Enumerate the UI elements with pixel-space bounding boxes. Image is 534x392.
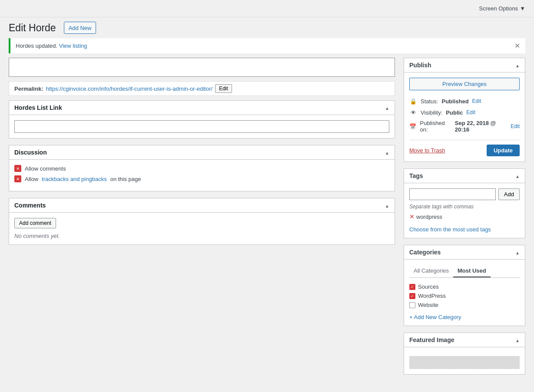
move-trash-button[interactable]: Move to Trash <box>409 147 445 154</box>
add-new-category-link[interactable]: + Add New Category <box>409 314 461 320</box>
top-bar: Screen Options ▼ <box>0 0 534 17</box>
allow-comments-label: Allow comments <box>25 165 66 172</box>
discussion-body: ✕ Allow comments ✕ Allow trackbacks and … <box>9 160 395 191</box>
publish-status-row: 🔒 Status: Published Edit <box>409 96 520 107</box>
tags-panel-title: Tags <box>409 172 423 179</box>
permalink-url[interactable]: https://cginvoice.com/info/hordes/if-cur… <box>46 86 212 92</box>
sources-label: Sources <box>418 283 439 290</box>
calendar-icon: 📅 <box>409 122 417 130</box>
published-edit-link[interactable]: Edit <box>511 123 520 129</box>
status-icon: 🔒 <box>409 97 417 105</box>
no-comments-text: No comments yet. <box>14 233 389 239</box>
hordes-list-link-panel: Hordes List Link https://wordpress.stack… <box>9 100 395 138</box>
sidebar: Publish Preview Changes 🔒 Status: Publis… <box>404 58 525 381</box>
category-tabs: All Categories Most Used <box>409 265 520 278</box>
chevron-up-icon <box>515 337 520 343</box>
chevron-up-icon <box>515 62 520 69</box>
chevron-up-icon <box>515 249 520 256</box>
on-this-page-label: on this page <box>110 176 141 182</box>
status-edit-link[interactable]: Edit <box>472 98 481 104</box>
trackbacks-link[interactable]: trackbacks and pingbacks <box>42 176 107 182</box>
website-label: Website <box>418 302 438 308</box>
category-website: Website <box>409 300 520 310</box>
chevron-down-icon: ▼ <box>520 5 525 12</box>
choose-tags-link[interactable]: Choose from the most used tags <box>409 226 520 233</box>
main-layout: If current user is admin or editor Perma… <box>0 58 534 390</box>
visibility-edit-link[interactable]: Edit <box>466 109 475 115</box>
content-area: If current user is admin or editor Perma… <box>9 58 395 381</box>
discussion-title: Discussion <box>14 149 47 156</box>
publish-panel-header[interactable]: Publish <box>404 58 525 72</box>
update-button[interactable]: Update <box>487 145 520 156</box>
comments-panel: Comments Add comment No comments yet. <box>9 198 395 245</box>
notice-message: Hordes updated. View listing <box>16 43 87 49</box>
notice-close-button[interactable]: ✕ <box>514 42 520 50</box>
chevron-up-icon <box>385 105 389 111</box>
notice-bar: Hordes updated. View listing ✕ <box>9 38 525 53</box>
discussion-panel: Discussion ✕ Allow comments ✕ Allow trac… <box>9 145 395 191</box>
screen-options-label: Screen Options <box>479 5 518 12</box>
featured-image-placeholder <box>409 356 520 369</box>
publish-panel: Publish Preview Changes 🔒 Status: Publis… <box>404 58 525 162</box>
view-listing-link[interactable]: View listing <box>59 43 87 49</box>
chevron-up-icon <box>515 173 520 179</box>
status-value: Published <box>441 98 468 105</box>
screen-options-button[interactable]: Screen Options ▼ <box>479 5 525 12</box>
preview-changes-button[interactable]: Preview Changes <box>409 78 520 90</box>
categories-panel: Categories All Categories Most Used ✓ So… <box>404 245 525 326</box>
comments-title: Comments <box>14 202 46 209</box>
comments-body: Add comment No comments yet. <box>9 213 395 244</box>
featured-image-panel: Featured Image <box>404 333 525 375</box>
published-date: Sep 22, 2018 @ 20:16 <box>455 120 507 133</box>
hordes-list-link-title: Hordes List Link <box>14 104 62 111</box>
hordes-list-link-panel-header[interactable]: Hordes List Link <box>9 101 395 115</box>
website-checkbox[interactable] <box>409 302 415 308</box>
featured-image-panel-header[interactable]: Featured Image <box>404 333 525 347</box>
discussion-panel-header[interactable]: Discussion <box>9 145 395 160</box>
allow-trackbacks-item: ✕ Allow trackbacks and pingbacks on this… <box>14 175 389 182</box>
tags-hint: Separate tags with commas <box>409 204 520 210</box>
title-input[interactable]: If current user is admin or editor <box>9 58 395 76</box>
wordpress-checkbox[interactable]: ✓ <box>409 293 415 299</box>
permalink-bar: Permalink: https://cginvoice.com/info/ho… <box>9 81 395 96</box>
categories-body: All Categories Most Used ✓ Sources ✓ Wor… <box>404 260 525 326</box>
allow-trackbacks-checkbox[interactable]: ✕ <box>14 175 21 182</box>
status-label: Status: <box>421 98 438 105</box>
sources-checkbox[interactable]: ✓ <box>409 284 415 290</box>
comments-panel-header[interactable]: Comments <box>9 198 395 213</box>
page-title-area: Edit Horde Add New <box>0 17 534 34</box>
chevron-up-icon <box>385 202 389 209</box>
published-label: Published on: <box>420 120 451 133</box>
publish-actions: Move to Trash Update <box>409 140 520 156</box>
publish-body: Preview Changes 🔒 Status: Published Edit… <box>404 72 525 161</box>
visibility-icon: 👁 <box>409 109 417 116</box>
publish-visibility-row: 👁 Visibility: Public Edit <box>409 107 520 118</box>
tag-name: wordpress <box>416 214 442 220</box>
tag-input[interactable] <box>409 188 496 200</box>
tags-panel-header[interactable]: Tags <box>404 169 525 183</box>
wordpress-label: WordPress <box>418 293 446 299</box>
allow-comments-checkbox[interactable]: ✕ <box>14 165 21 172</box>
tab-most-used[interactable]: Most Used <box>453 265 491 277</box>
tag-item-wordpress: ✕ wordpress <box>409 213 442 220</box>
permalink-label: Permalink: <box>14 86 43 92</box>
publish-panel-title: Publish <box>409 62 431 69</box>
featured-image-body <box>404 347 525 374</box>
categories-panel-header[interactable]: Categories <box>404 245 525 260</box>
tab-all-categories[interactable]: All Categories <box>409 265 453 277</box>
category-sources: ✓ Sources <box>409 282 520 291</box>
permalink-edit-button[interactable]: Edit <box>215 84 232 93</box>
add-tag-button[interactable]: Add <box>498 188 520 200</box>
tag-remove-icon[interactable]: ✕ <box>409 213 415 220</box>
visibility-label: Visibility: <box>421 109 442 116</box>
add-new-button[interactable]: Add New <box>64 22 96 34</box>
categories-list: ✓ Sources ✓ WordPress Website <box>409 282 520 310</box>
title-wrapper: If current user is admin or editor <box>9 58 395 77</box>
publish-date-row: 📅 Published on: Sep 22, 2018 @ 20:16 Edi… <box>409 118 520 135</box>
add-comment-button[interactable]: Add comment <box>14 218 56 228</box>
tags-body: Add Separate tags with commas ✕ wordpres… <box>404 183 525 238</box>
chevron-up-icon <box>385 149 389 156</box>
allow-trackbacks-label: Allow <box>25 176 38 182</box>
hordes-list-link-input[interactable]: https://wordpress.stackexchange.com/ques… <box>14 120 389 133</box>
tag-input-row: Add <box>409 188 520 200</box>
